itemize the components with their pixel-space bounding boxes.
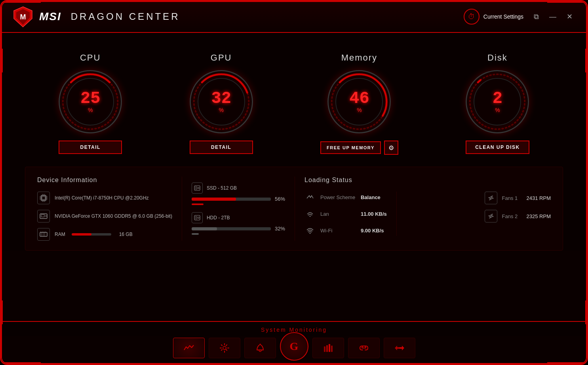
app-title: DRAGON CENTER bbox=[71, 11, 180, 22]
ssd-percent: 56% bbox=[275, 196, 285, 202]
gpu-button-row: DETAIL bbox=[190, 141, 253, 154]
fan1-row: Fans 1 2431 RPM bbox=[485, 192, 551, 204]
wifi-label: Wi-Fi bbox=[320, 228, 356, 234]
ssd-label: SSD - 512 GB bbox=[207, 184, 237, 192]
fan2-value: 2325 RPM bbox=[527, 213, 551, 219]
svg-point-10 bbox=[329, 71, 390, 132]
nav-settings-button[interactable] bbox=[209, 338, 240, 358]
svg-rect-56 bbox=[324, 346, 325, 352]
ram-device-icon bbox=[37, 228, 50, 241]
snap-button[interactable]: ⧉ bbox=[531, 12, 541, 22]
cpu-button-row: DETAIL bbox=[59, 141, 122, 154]
memory-label: Memory bbox=[341, 53, 377, 63]
svg-rect-57 bbox=[326, 345, 328, 352]
ram-bar bbox=[72, 233, 111, 236]
fan1-label: Fans 1 bbox=[502, 195, 522, 201]
svg-point-42 bbox=[198, 187, 199, 189]
gpu-tick-ring bbox=[191, 71, 252, 132]
lan-row: Lan 11.00 KB/s bbox=[304, 208, 387, 219]
free-memory-button[interactable]: FREE UP MEMORY bbox=[320, 141, 381, 154]
disk-label: Disk bbox=[487, 53, 508, 63]
cpu-gauge-item: CPU // Generate tick marks via inline sc… bbox=[59, 53, 122, 154]
minimize-button[interactable]: — bbox=[547, 12, 559, 22]
power-scheme-label: Power Scheme bbox=[320, 194, 356, 200]
power-scheme-value: Balance bbox=[361, 194, 381, 200]
svg-rect-30 bbox=[41, 215, 44, 217]
msi-logo: M bbox=[13, 6, 33, 28]
memory-button-row: FREE UP MEMORY ⚙ bbox=[320, 141, 398, 155]
cpu-label: CPU bbox=[80, 53, 101, 63]
svg-point-55 bbox=[223, 346, 226, 350]
wifi-value: 9.00 KB/s bbox=[361, 228, 384, 234]
cleanup-disk-button[interactable]: CLEAN UP DISK bbox=[466, 141, 529, 154]
svg-point-52 bbox=[309, 233, 310, 234]
svg-text:M: M bbox=[20, 13, 26, 21]
svg-point-7 bbox=[191, 71, 252, 132]
window-controls: ⧉ — ✕ bbox=[531, 11, 575, 22]
svg-point-4 bbox=[60, 71, 121, 132]
disk-info-panel: SSD - 512 GB 56% bbox=[182, 177, 295, 241]
memory-gauge-item: Memory 46 % FREE UP MEMORY ⚙ bbox=[320, 53, 398, 155]
hdd-bar bbox=[192, 227, 271, 230]
cpu-device-row: Intel(R) Core(TM) i7-8750H CPU @2.20GHz bbox=[37, 192, 172, 204]
current-settings: ⏱ Current Settings bbox=[464, 9, 523, 25]
loading-status-title: Loading Status bbox=[304, 177, 551, 184]
fan1-value: 2431 RPM bbox=[527, 195, 551, 201]
svg-marker-62 bbox=[400, 346, 404, 350]
ssd-item: SSD - 512 GB 56% bbox=[192, 182, 285, 205]
gpu-gauge-item: GPU 32 % DETAIL bbox=[190, 53, 253, 154]
loading-status-panel: Loading Status Power Scheme Balance bbox=[295, 177, 551, 241]
gauges-row: CPU // Generate tick marks via inline sc… bbox=[25, 45, 563, 167]
msi-brand: msi bbox=[39, 10, 61, 23]
lan-icon bbox=[304, 208, 316, 219]
power-scheme-icon bbox=[304, 192, 316, 203]
disk-button-row: CLEAN UP DISK bbox=[466, 141, 529, 154]
info-section: Device Information Intel(R) Core(TM) i7-… bbox=[25, 167, 563, 251]
svg-point-13 bbox=[467, 71, 528, 132]
ram-label: RAM bbox=[55, 231, 65, 238]
disk-tick-ring bbox=[467, 71, 528, 132]
gpu-gauge: 32 % bbox=[190, 70, 253, 133]
header: M msi DRAGON CENTER ⏱ Current Settings ⧉… bbox=[1, 1, 587, 33]
lan-value: 11.00 KB/s bbox=[361, 211, 387, 217]
hdd-percent: 32% bbox=[275, 226, 285, 232]
wifi-row: Wi-Fi 9.00 KB/s bbox=[304, 225, 387, 236]
nav-link-button[interactable] bbox=[348, 338, 380, 358]
gpu-device-row: NVIDIA GeForce GTX 1060 GDDR5 @ 6.0 GB (… bbox=[37, 210, 172, 222]
svg-marker-61 bbox=[395, 346, 400, 350]
app-window: M msi DRAGON CENTER ⏱ Current Settings ⧉… bbox=[0, 0, 588, 365]
svg-rect-33 bbox=[40, 232, 47, 236]
svg-point-8 bbox=[191, 71, 252, 132]
disk-gauge-item: Disk 2 % CLEAN UP DISK bbox=[466, 53, 529, 154]
fan2-label: Fans 2 bbox=[502, 213, 522, 219]
svg-point-5 bbox=[60, 71, 121, 132]
ssd-bar bbox=[192, 198, 271, 201]
nav-more-button[interactable] bbox=[384, 338, 415, 358]
fan1-icon bbox=[485, 192, 497, 204]
hdd-item: HDD - 2TB 32% bbox=[192, 212, 285, 235]
ram-value: 16 GB bbox=[119, 231, 133, 238]
fan2-row: Fans 2 2325 RPM bbox=[485, 210, 551, 222]
header-left: M msi DRAGON CENTER bbox=[13, 6, 180, 28]
svg-rect-16 bbox=[42, 196, 45, 200]
ssd-icon bbox=[192, 182, 203, 194]
main-content: CPU // Generate tick marks via inline sc… bbox=[1, 33, 587, 251]
svg-rect-58 bbox=[329, 344, 330, 352]
nav-dragon-button[interactable]: G bbox=[280, 332, 308, 361]
svg-point-47 bbox=[198, 217, 199, 219]
device-info-title: Device Information bbox=[37, 177, 172, 184]
ram-device-row: RAM 16 GB bbox=[37, 228, 172, 241]
nav-monitor-button[interactable] bbox=[173, 338, 205, 358]
nav-audio-button[interactable] bbox=[312, 338, 344, 358]
cpu-detail-button[interactable]: DETAIL bbox=[59, 141, 122, 154]
svg-point-11 bbox=[329, 71, 390, 132]
memory-gauge: 46 % bbox=[327, 70, 391, 133]
wifi-icon bbox=[304, 225, 316, 236]
memory-settings-button[interactable]: ⚙ bbox=[384, 141, 398, 155]
memory-tick-ring bbox=[329, 71, 390, 132]
nav-alert-button[interactable] bbox=[244, 338, 276, 358]
close-button[interactable]: ✕ bbox=[564, 11, 575, 22]
cpu-tick-ring: // Generate tick marks via inline script… bbox=[60, 71, 121, 132]
power-scheme-row: Power Scheme Balance bbox=[304, 192, 387, 203]
gpu-detail-button[interactable]: DETAIL bbox=[190, 141, 253, 154]
